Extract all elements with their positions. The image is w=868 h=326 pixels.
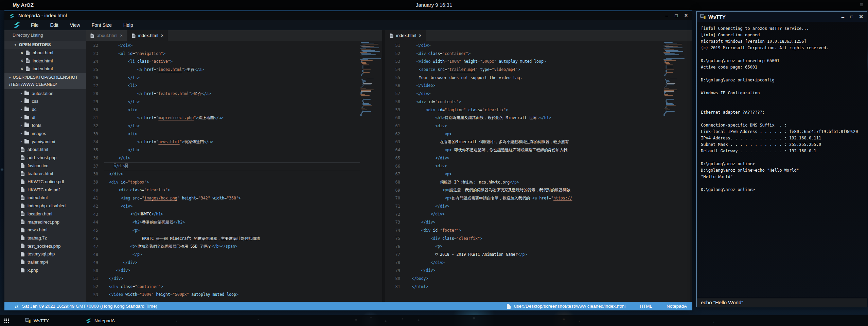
code-line-26[interactable]: </li> — [104, 74, 360, 82]
code-line-74[interactable]: <div id="footer"> — [412, 227, 663, 235]
code-line-62[interactable]: <p> — [412, 130, 663, 138]
maximize-icon[interactable]: □ — [675, 11, 677, 20]
tab-about.html[interactable]: about.html× — [86, 30, 127, 41]
close-icon[interactable]: × — [21, 51, 23, 55]
code-line-40[interactable]: <div class="clearfix"> — [104, 186, 360, 194]
code-line-60[interactable]: <h1>特別為建築及鐵路而設，現代化的 Minecraft 世界.</h1> — [412, 114, 663, 122]
code-line-78[interactable]: </div> — [412, 259, 663, 267]
code-line-39[interactable]: <div id="topbox"> — [104, 178, 360, 187]
file-item[interactable]: trailer.mp4 — [4, 258, 86, 266]
code-line-42[interactable]: <div> — [104, 203, 360, 211]
taskbar-item-notepada[interactable]: NotepadA — [82, 315, 118, 326]
terminal-input[interactable]: echo "Hello World" — [697, 298, 867, 307]
file-item[interactable]: x.php — [4, 266, 86, 274]
code-line-75[interactable]: <div class="clearfix"> — [412, 235, 663, 243]
menu-help[interactable]: Help — [118, 20, 139, 30]
folder-item[interactable]: ▸dc — [4, 106, 86, 114]
close-icon[interactable]: × — [120, 33, 123, 38]
folder-item[interactable]: ▸css — [4, 97, 86, 106]
close-icon[interactable]: × — [161, 33, 163, 38]
code-line-27[interactable]: <li> — [104, 82, 360, 90]
code-line-76[interactable]: <p> — [412, 243, 663, 251]
code-line-73[interactable]: </div> — [412, 218, 663, 227]
file-item[interactable]: mapredirect.php — [4, 218, 86, 226]
code-line-66[interactable]: <div> — [412, 162, 663, 170]
code-line-68[interactable]: 伺服器 IP 地址為： mcs.hkwtc.org</p> — [412, 178, 663, 187]
folder-item[interactable]: ▸dl — [4, 113, 86, 121]
minimize-icon[interactable]: – — [842, 14, 844, 20]
file-item[interactable]: location.html — [4, 210, 86, 218]
scrollbar-right[interactable] — [690, 41, 692, 303]
pane-splitter[interactable] — [382, 30, 385, 303]
code-line-22[interactable]: </div> — [104, 42, 360, 50]
file-item[interactable]: favicon.ico — [4, 161, 86, 170]
notepada-titlebar[interactable]: NotepadA - index.html – □ × — [4, 11, 692, 20]
menu-edit[interactable]: Edit — [45, 20, 64, 30]
code-line-67[interactable]: <p> — [412, 170, 663, 178]
taskbar-item-wstty[interactable]: WsTTY — [22, 315, 52, 326]
tree-root-header[interactable]: ▾USER:/DESKTOP/SCREENSHOT /TEST/WWW CLEA… — [4, 73, 86, 89]
open-editors-header[interactable]: ▾ OPEN EDITORS — [4, 41, 86, 49]
code-lines-left[interactable]: </div> <ul id="navigation"> <li class="a… — [104, 42, 360, 299]
code-line-51[interactable]: </div> — [104, 275, 360, 283]
open-editor-item[interactable]: ×about.html — [4, 49, 86, 57]
code-line-24[interactable]: <li class="active"> — [104, 58, 360, 66]
close-icon[interactable]: × — [21, 66, 23, 71]
code-line-51[interactable]: </div> — [412, 42, 663, 50]
close-icon[interactable]: × — [21, 58, 23, 63]
code-line-46[interactable]: HKWTC 是一個 Minecraft 的建築伺服器，主要建築計劃包括鐵路 — [104, 235, 360, 243]
file-item[interactable]: index.html — [4, 194, 86, 202]
open-editor-item[interactable]: ×index.html — [4, 57, 86, 65]
app-launcher-grid-icon[interactable] — [4, 318, 9, 323]
code-line-28[interactable]: <a href="features.html">簡介</a> — [104, 90, 360, 98]
terminal-output[interactable]: [info] Conencting to arozos WsTTY servic… — [697, 22, 867, 298]
code-line-36[interactable]: </ul> — [104, 154, 360, 162]
code-line-43[interactable]: <h1>HKWTC</h1> — [104, 210, 360, 218]
code-line-72[interactable]: </div> — [412, 210, 663, 218]
code-line-58[interactable]: <div id="contents"> — [412, 98, 663, 106]
code-line-52[interactable]: <div class="container"> — [104, 283, 360, 291]
wstty-titlebar[interactable]: WsTTY – □ × — [697, 12, 867, 22]
file-item[interactable]: HKWTC notice.pdf — [4, 178, 86, 186]
minimap-left[interactable] — [360, 41, 382, 116]
code-line-41[interactable]: <img src="images/box.png" height="342" w… — [104, 194, 360, 203]
folder-item[interactable]: ▸yamiyamimi — [4, 137, 86, 146]
code-line-71[interactable]: </div> — [412, 203, 663, 211]
folder-item[interactable]: ▸images — [4, 130, 86, 138]
menu-font-size[interactable]: Font Size — [86, 20, 118, 30]
code-line-54[interactable]: <source src="trailer.mp4" type="video/mp… — [412, 66, 663, 74]
code-line-81[interactable]: </html> — [412, 283, 663, 291]
code-line-49[interactable]: </div> — [104, 259, 360, 267]
code-line-59[interactable]: <div id="tagline" class="clearfix"> — [412, 106, 663, 114]
code-line-47[interactable]: <b>你知道我們全線伺服器已轉用 SSD 了嗎？</b></span> — [104, 243, 360, 251]
menu-view[interactable]: View — [64, 20, 86, 30]
menu-file[interactable]: File — [25, 20, 45, 30]
code-line-25[interactable]: <a href="index.html">主頁</a> — [104, 66, 360, 74]
code-line-50[interactable]: </div> — [104, 267, 360, 275]
file-item[interactable]: index.php_disabled — [4, 202, 86, 210]
close-icon[interactable]: × — [859, 13, 863, 20]
folder-item[interactable]: ▸autostation — [4, 89, 86, 97]
file-item[interactable]: teabag.7z — [4, 234, 86, 242]
code-line-80[interactable]: </body> — [412, 275, 663, 283]
code-line-30[interactable]: <li> — [104, 106, 360, 114]
code-line-56[interactable]: </video> — [412, 82, 663, 90]
code-line-70[interactable]: <p>如有問題或需要申請白名單，歡迎加入我們的 <a href="https:/… — [412, 194, 663, 203]
file-item[interactable]: test_sockets.php — [4, 242, 86, 250]
code-line-69[interactable]: <p>請注意，我們的伺服器為確保玩家及遊玩時的質素，我們對的服器開啟 — [412, 186, 663, 194]
code-lines-right[interactable]: </div> <div class="container"> <video wi… — [412, 42, 663, 291]
code-line-38[interactable]: </div> — [104, 170, 360, 178]
code-line-37[interactable]: </div> — [104, 162, 360, 170]
code-line-33[interactable]: <li> — [104, 130, 360, 138]
code-line-61[interactable]: <div> — [412, 122, 663, 130]
file-item[interactable]: add_vhost.php — [4, 154, 86, 162]
file-item[interactable]: about.html — [4, 146, 86, 154]
code-line-44[interactable]: <h2>香港的建築伺服器</h2> — [104, 218, 360, 227]
code-line-57[interactable]: </div> — [412, 90, 663, 98]
code-line-23[interactable]: <ul id="navigation"> — [104, 50, 360, 58]
minimap-right[interactable] — [663, 41, 690, 116]
minimize-icon[interactable]: – — [665, 11, 668, 20]
code-line-79[interactable]: </div> — [412, 267, 663, 275]
code-area-left[interactable]: 2223242526272829303132333435363738394041… — [86, 41, 382, 303]
code-line-35[interactable]: </li> — [104, 146, 360, 154]
